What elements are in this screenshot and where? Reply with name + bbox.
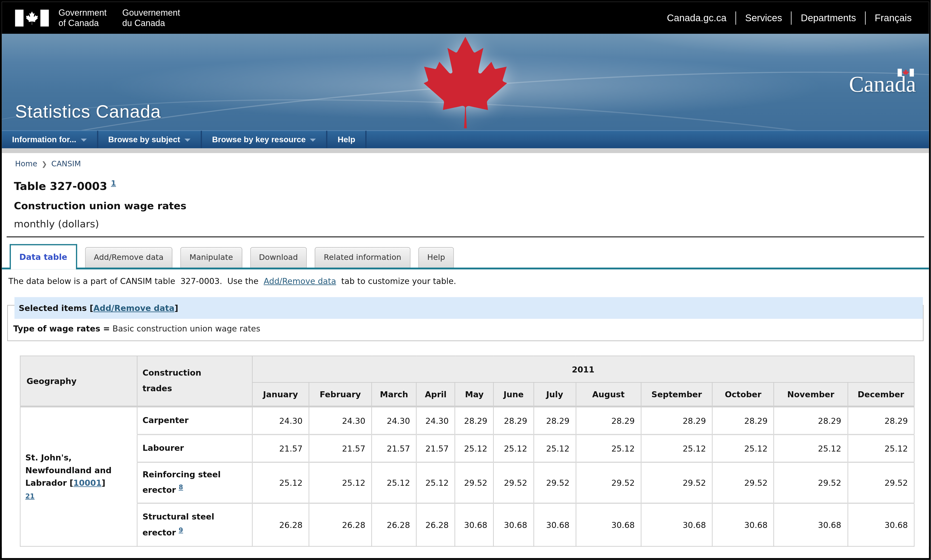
tab-add-remove-data[interactable]: Add/Remove data (85, 247, 172, 268)
add-remove-data-link[interactable]: Add/Remove data (263, 276, 336, 286)
dropdown-arrow-icon (184, 138, 190, 142)
wage-value-cell: 21.57 (372, 434, 416, 462)
tab-download[interactable]: Download (250, 247, 307, 268)
link-departments[interactable]: Departments (791, 11, 865, 25)
tab-manipulate[interactable]: Manipulate (180, 247, 242, 268)
wage-value-cell: 30.68 (576, 503, 641, 546)
table-row: Reinforcing steel erector 8 25.12 25.12 … (20, 462, 914, 503)
wage-value-cell: 26.28 (309, 503, 372, 546)
site-banner: Statistics Canada Canada (2, 34, 929, 130)
wage-value-cell: 28.29 (534, 406, 576, 434)
wage-value-cell: 30.68 (494, 503, 533, 546)
banner-maple-leaf-icon (420, 37, 511, 131)
geography-code-link[interactable]: 10001 (73, 478, 102, 488)
wage-value-cell: 30.68 (712, 503, 774, 546)
wage-value-cell: 25.12 (252, 462, 309, 503)
table-row: St. John's, Newfoundland and Labrador [1… (20, 406, 914, 434)
wage-value-cell: 21.57 (416, 434, 455, 462)
trade-cell: Reinforcing steel erector 8 (137, 462, 252, 503)
canada-flag-icon (15, 9, 49, 26)
wage-value-cell: 29.52 (774, 462, 848, 503)
wage-value-cell: 30.68 (774, 503, 848, 546)
statcan-cansim-page: Government of Canada Gouvernement du Can… (0, 0, 931, 560)
table-footnote-link[interactable]: 1 (111, 179, 116, 188)
fip-title-french: Gouvernement du Canada (122, 8, 180, 28)
wordmark-flag-bar (898, 69, 902, 77)
wage-value-cell: 29.52 (848, 462, 914, 503)
month-header: March (372, 382, 416, 406)
wage-value-cell: 25.12 (641, 434, 712, 462)
wage-value-cell: 24.30 (372, 406, 416, 434)
filter-label: Type of wage rates = (13, 324, 110, 334)
intro-after: tab to customize your table. (336, 276, 456, 286)
intro-text: The data below is a part of CANSIM table… (8, 276, 929, 286)
filter-value: Basic construction union wage rates (110, 324, 260, 334)
nav-bottom-strip (2, 148, 929, 153)
page-subtitle: monthly (dollars) (14, 218, 929, 230)
dropdown-arrow-icon (80, 138, 86, 142)
table-row: Structural steel erector 9 26.28 26.28 2… (20, 503, 914, 546)
wordmark-flag-leaf-icon (902, 69, 910, 77)
table-number: Table 327-0003 (14, 180, 107, 192)
month-header: July (534, 382, 576, 406)
breadcrumb-home-link[interactable]: Home (15, 159, 37, 168)
nav-item-label: Information for... (12, 135, 76, 144)
breadcrumb: Home❯CANSIM (15, 159, 929, 168)
selected-add-remove-data-link[interactable]: Add/Remove data (93, 303, 174, 313)
wage-value-cell: 28.29 (641, 406, 712, 434)
wage-value-cell: 30.68 (641, 503, 712, 546)
wage-value-cell: 29.52 (641, 462, 712, 503)
wage-value-cell: 25.12 (372, 462, 416, 503)
wage-value-cell: 26.28 (372, 503, 416, 546)
page-title: Construction union wage rates (14, 200, 929, 212)
nav-browse-by-key-resource[interactable]: Browse by key resource (202, 131, 328, 149)
wage-value-cell: 29.52 (494, 462, 533, 503)
wage-value-cell: 29.52 (576, 462, 641, 503)
wage-value-cell: 25.12 (774, 434, 848, 462)
nav-help[interactable]: Help (328, 131, 367, 149)
trade-cell: Structural steel erector 9 (137, 503, 252, 546)
trade-footnote-link[interactable]: 9 (179, 526, 183, 533)
wage-value-cell: 24.30 (252, 406, 309, 434)
wage-value-cell: 25.12 (416, 462, 455, 503)
wage-type-filter: Type of wage rates = Basic construction … (13, 324, 923, 334)
link-services[interactable]: Services (736, 11, 791, 25)
wage-value-cell: 28.29 (576, 406, 641, 434)
maple-leaf-icon (24, 9, 40, 26)
trade-cell: Labourer (137, 434, 252, 462)
wage-value-cell: 25.12 (712, 434, 774, 462)
trade-footnote-link[interactable]: 8 (179, 483, 183, 491)
month-header: February (309, 382, 372, 406)
nav-browse-by-subject[interactable]: Browse by subject (98, 131, 202, 149)
wordmark-flag-bar (910, 69, 914, 77)
link-canada-gc-ca[interactable]: Canada.gc.ca (658, 11, 736, 25)
main-content: Home❯CANSIM Table 327-0003 1 Constructio… (2, 153, 929, 547)
gov-links: Canada.gc.ca Services Departments França… (658, 11, 921, 25)
tab-bar: Data table Add/Remove data Manipulate Do… (2, 244, 929, 269)
wordmark-flag-icon (898, 69, 914, 77)
selected-items-label-end: ] (175, 303, 178, 313)
month-header: April (416, 382, 455, 406)
breadcrumb-current: CANSIM (51, 159, 81, 168)
wage-value-cell: 30.68 (534, 503, 576, 546)
wage-value-cell: 25.12 (309, 462, 372, 503)
geography-footnote-link[interactable]: 21 (25, 492, 34, 500)
month-header: June (494, 382, 533, 406)
wage-value-cell: 28.29 (712, 406, 774, 434)
tab-related-information[interactable]: Related information (315, 247, 410, 268)
wage-value-cell: 21.57 (309, 434, 372, 462)
nav-item-label: Browse by subject (108, 135, 180, 144)
tab-help[interactable]: Help (418, 247, 454, 268)
wage-value-cell: 28.29 (455, 406, 494, 434)
link-francais[interactable]: Français (865, 11, 921, 25)
wage-value-cell: 25.12 (534, 434, 576, 462)
month-header: January (252, 382, 309, 406)
tab-data-table[interactable]: Data table (10, 244, 77, 269)
gov-bar: Government of Canada Gouvernement du Can… (2, 2, 929, 34)
main-nav: Information for... Browse by subject Bro… (2, 130, 929, 148)
intro-before: The data below is a part of CANSIM table… (8, 276, 263, 286)
table-row: Labourer 21.57 21.57 21.57 21.57 25.12 2… (20, 434, 914, 462)
nav-item-label: Help (338, 135, 355, 144)
nav-information-for[interactable]: Information for... (2, 131, 98, 149)
wage-value-cell: 26.28 (252, 503, 309, 546)
